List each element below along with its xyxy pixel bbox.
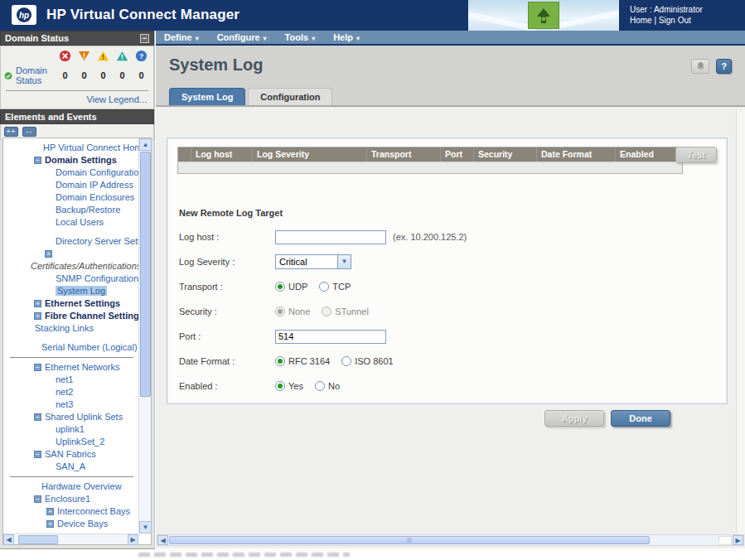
sidebar-item-directory-server-settings[interactable]: Directory Server Setting [3, 235, 138, 248]
critical-count: 0 [56, 70, 75, 80]
sidebar-item-net2[interactable]: net2 [3, 386, 138, 398]
col-port: Port [441, 147, 474, 162]
app-title: HP Virtual Connect Manager [46, 7, 239, 23]
scroll-left-icon[interactable]: ◀ [157, 535, 168, 545]
sidebar-item-uplink1[interactable]: uplink1 [3, 423, 138, 436]
log-severity-select[interactable]: Critical ▼ [275, 254, 351, 269]
expand-box-icon[interactable]: + [34, 312, 41, 320]
main-horizontal-scrollbar[interactable]: ◀ ▶ [157, 534, 744, 546]
sidebar-item-san-fabrics[interactable]: −SAN Fabrics [3, 448, 138, 461]
emblem-glyph-icon [535, 7, 553, 25]
main-vertical-scrollbar[interactable] [736, 110, 745, 533]
domain-status-link[interactable]: Domain Status [16, 65, 56, 85]
scroll-right-icon[interactable]: ▶ [128, 534, 138, 545]
sidebar-item-certificates-authentications[interactable]: Certificates/Authentications [3, 260, 138, 273]
scroll-up-icon[interactable]: ▲ [139, 138, 152, 151]
log-host-input[interactable] [275, 230, 386, 244]
major-status-icon [78, 50, 90, 62]
expand-box-icon[interactable]: + [46, 520, 54, 528]
port-input[interactable] [275, 330, 386, 344]
tree-vertical-scrollbar[interactable]: ▲ ▼ [138, 138, 151, 533]
sidebar-item-hardware-overview[interactable]: Hardware Overview [3, 480, 138, 493]
sidebar-item-serial-number-logical-set[interactable]: Serial Number (Logical) Set [3, 341, 138, 354]
sidebar-item-interconnect-bays[interactable]: +Interconnect Bays [3, 505, 138, 518]
expand-box-icon[interactable]: + [34, 300, 41, 307]
test-button[interactable]: Test [675, 147, 717, 163]
table-empty-row [178, 162, 682, 173]
expand-box-icon[interactable]: + [46, 508, 54, 515]
log-severity-row: Log Severity : Critical ▼ [179, 249, 718, 274]
scroll-right-icon[interactable]: ▶ [733, 535, 743, 545]
collapse-all-button[interactable]: -- [22, 127, 36, 137]
chevron-down-icon[interactable]: ▼ [337, 255, 351, 268]
menu-define[interactable]: Define [164, 32, 199, 42]
enabled-yes-radio[interactable] [275, 381, 285, 391]
collapse-panel-icon[interactable]: − [140, 34, 149, 43]
collapse-box-icon[interactable]: − [34, 451, 41, 458]
collapse-box-icon[interactable]: − [34, 495, 41, 503]
scroll-down-icon[interactable]: ▼ [139, 521, 152, 533]
col-log-severity: Log Severity [253, 147, 367, 162]
minor-count: 0 [94, 70, 113, 80]
sidebar-item-net3[interactable]: net3 [3, 398, 138, 411]
sidebar-item-snmp-configuration[interactable]: SNMP Configuration [3, 273, 138, 285]
expand-all-button[interactable]: ++ [4, 127, 18, 137]
sidebar-item-device-bays[interactable]: +Device Bays [3, 518, 138, 530]
sidebar-item-domain-configuration[interactable]: Domain Configuration [3, 167, 138, 179]
table-header-row: Log host Log Severity Transport Port Sec… [178, 147, 682, 162]
menu-help[interactable]: Help [333, 32, 360, 42]
menu-tools[interactable]: Tools [285, 32, 316, 42]
unknown-status-icon: ? [135, 50, 148, 62]
sidebar-item-stacking-links[interactable]: Stacking Links [3, 322, 138, 335]
enabled-no-radio[interactable] [315, 381, 325, 391]
select-column-header [178, 147, 191, 162]
date-format-rfc3164-radio[interactable] [275, 356, 285, 366]
sidebar-item-net1[interactable]: net1 [3, 374, 138, 386]
warning-status-icon [116, 50, 128, 62]
hp-virtual-connect-manager-window: hp HP Virtual Connect Manager User : Adm… [0, 0, 745, 560]
tab-configuration[interactable]: Configuration [248, 88, 332, 105]
transport-tcp-radio[interactable] [319, 282, 329, 292]
sidebar-item-domain-ip-address[interactable]: Domain IP Address [3, 179, 138, 191]
transport-tcp-label: TCP [332, 282, 351, 292]
signout-link[interactable]: Sign Out [659, 16, 691, 25]
tab-system-log[interactable]: System Log [169, 88, 245, 105]
help-icon[interactable] [716, 59, 732, 74]
sidebar-item-local-users[interactable]: Local Users [3, 216, 138, 229]
apply-button[interactable]: Apply [544, 410, 604, 427]
home-link[interactable]: Home [630, 16, 652, 25]
expand-box-icon[interactable]: + [45, 250, 52, 258]
sidebar-item-enclosure1[interactable]: −Enclosure1 [3, 493, 138, 505]
scrollbar-thumb[interactable] [169, 536, 650, 544]
date-format-iso8601-radio[interactable] [341, 356, 351, 366]
enabled-label: Enabled : [179, 381, 275, 391]
sidebar-item-shared-uplink-sets[interactable]: −Shared Uplink Sets [3, 411, 138, 423]
sidebar-item-hp-virtual-connect-home[interactable]: HP Virtual Connect Home [3, 142, 138, 154]
view-legend-link[interactable]: View Legend... [4, 94, 150, 107]
collapse-box-icon[interactable]: − [34, 413, 41, 421]
sidebar-item-fibre-channel-settings[interactable]: +Fibre Channel Settings [3, 310, 138, 322]
sidebar-item-uplinkset-2[interactable]: UplinkSet_2 [3, 436, 138, 448]
done-button[interactable]: Done [611, 410, 670, 427]
scroll-left-icon[interactable]: ◀ [3, 534, 14, 545]
sidebar-item-domain-settings[interactable]: −Domain Settings [3, 154, 138, 167]
scrollbar-thumb[interactable] [140, 152, 151, 397]
port-label: Port : [179, 331, 275, 341]
collapse-box-icon[interactable]: − [34, 157, 41, 164]
sidebar-item-san-a[interactable]: SAN_A [3, 461, 138, 473]
sidebar-item-ethernet-networks[interactable]: −Ethernet Networks [3, 361, 138, 374]
sidebar-item-system-log[interactable]: System Log [3, 285, 138, 297]
collapse-box-icon[interactable]: − [34, 364, 41, 371]
menu-configure[interactable]: Configure [217, 32, 267, 42]
elements-events-title: Elements and Events [5, 112, 97, 122]
log-severity-value: Critical [276, 257, 337, 267]
footer-band [0, 549, 745, 560]
sidebar-item-ethernet-settings[interactable]: +Ethernet Settings [3, 297, 138, 310]
sidebar-item-domain-enclosures[interactable]: Domain Enclosures [3, 191, 138, 204]
transport-udp-radio[interactable] [275, 282, 285, 292]
tree-horizontal-scrollbar[interactable]: ◀ ▶ [3, 533, 138, 544]
sidebar-expand-box[interactable]: + [3, 248, 138, 260]
sidebar-item-backup-restore[interactable]: Backup/Restore [3, 204, 138, 216]
scrollbar-thumb[interactable] [18, 535, 58, 544]
bell-icon[interactable] [691, 59, 709, 74]
